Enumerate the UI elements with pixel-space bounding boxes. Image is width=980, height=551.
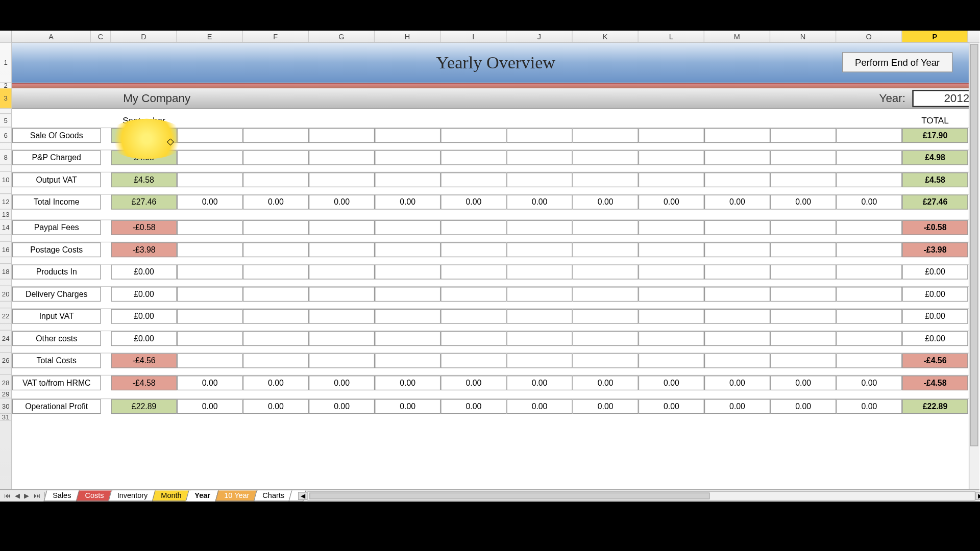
data-cell[interactable]: 0.00 (836, 375, 902, 390)
data-cell[interactable] (440, 309, 506, 324)
total-cell[interactable]: -£4.56 (902, 354, 968, 368)
data-cell[interactable]: 0.00 (309, 399, 375, 414)
column-header-P[interactable]: P (902, 31, 968, 42)
data-cell[interactable] (177, 287, 243, 302)
row-header-blank[interactable] (0, 143, 11, 149)
year-value-cell[interactable]: 2012 (912, 89, 976, 107)
data-cell[interactable] (243, 331, 309, 346)
data-cell[interactable] (309, 354, 375, 368)
data-cell[interactable]: -£3.98 (111, 242, 177, 257)
row-header-2[interactable]: 2 (0, 83, 11, 89)
data-cell[interactable] (440, 265, 506, 280)
data-cell[interactable] (639, 265, 704, 280)
data-cell[interactable]: 0.00 (309, 375, 375, 390)
data-cell[interactable] (639, 242, 704, 257)
total-cell[interactable]: £4.58 (902, 172, 968, 187)
data-cell[interactable]: 0.00 (506, 399, 572, 414)
data-cell[interactable] (309, 331, 375, 346)
data-cell[interactable]: 0.00 (836, 399, 902, 414)
total-cell[interactable]: £22.89 (902, 399, 968, 414)
data-cell[interactable] (704, 265, 770, 280)
data-cell[interactable] (309, 220, 375, 235)
data-cell[interactable] (440, 242, 506, 257)
data-cell[interactable]: 0.00 (573, 195, 639, 210)
column-header-F[interactable]: F (243, 31, 309, 42)
total-cell[interactable]: £0.00 (902, 309, 968, 324)
data-cell[interactable]: £4.98 (111, 151, 177, 165)
column-header-D[interactable]: D (111, 31, 177, 42)
row-header-13[interactable]: 13 (0, 210, 11, 220)
data-cell[interactable] (573, 265, 639, 280)
row-header-24[interactable]: 24 (0, 331, 11, 346)
data-cell[interactable] (573, 151, 639, 165)
data-cell[interactable] (639, 331, 704, 346)
data-cell[interactable] (243, 128, 309, 143)
row-header-18[interactable]: 18 (0, 264, 11, 279)
data-cell[interactable]: £17.90 (111, 128, 177, 143)
data-cell[interactable] (440, 287, 506, 302)
scroll-right-icon[interactable]: ▶ (975, 491, 980, 499)
data-cell[interactable] (506, 287, 572, 302)
data-cell[interactable]: 0.00 (573, 375, 639, 390)
row-header-3[interactable]: 3 (0, 88, 11, 109)
data-cell[interactable] (770, 242, 836, 257)
row-header-1[interactable]: 1 (0, 43, 11, 83)
data-cell[interactable] (704, 128, 770, 143)
data-cell[interactable] (177, 331, 243, 346)
data-cell[interactable] (506, 220, 572, 235)
total-cell[interactable]: £0.00 (902, 331, 968, 346)
row-header-blank[interactable] (0, 109, 11, 114)
scroll-left-icon[interactable]: ◀ (298, 491, 307, 499)
data-cell[interactable] (375, 151, 440, 165)
data-cell[interactable]: 0.00 (375, 375, 440, 390)
data-cell[interactable] (309, 128, 375, 143)
row-header-blank[interactable] (0, 280, 11, 286)
data-cell[interactable] (243, 242, 309, 257)
data-cell[interactable] (836, 287, 902, 302)
data-cell[interactable]: 0.00 (704, 195, 770, 210)
column-header-K[interactable]: K (573, 31, 639, 42)
tab-nav-buttons[interactable]: ⏮ ◀ ▶ ⏭ (0, 492, 45, 499)
data-cell[interactable]: 0.00 (243, 399, 309, 414)
data-cell[interactable] (770, 151, 836, 165)
tab-last-icon[interactable]: ⏭ (32, 492, 41, 499)
sheet-tab-month[interactable]: Month (152, 490, 190, 501)
data-cell[interactable]: 0.00 (309, 195, 375, 210)
data-cell[interactable] (573, 172, 639, 187)
total-cell[interactable]: £0.00 (902, 287, 968, 302)
data-cell[interactable] (836, 331, 902, 346)
data-cell[interactable] (309, 265, 375, 280)
data-cell[interactable] (309, 242, 375, 257)
data-cell[interactable] (573, 309, 639, 324)
data-cell[interactable] (704, 242, 770, 257)
data-cell[interactable]: 0.00 (177, 399, 243, 414)
row-header-blank[interactable] (0, 187, 11, 194)
total-cell[interactable]: £27.46 (902, 195, 968, 210)
column-header-O[interactable]: O (836, 31, 902, 42)
data-cell[interactable]: 0.00 (177, 195, 243, 210)
row-header-31[interactable]: 31 (0, 414, 11, 420)
data-cell[interactable]: 0.00 (770, 399, 836, 414)
row-header-blank[interactable] (0, 346, 11, 353)
row-header-29[interactable]: 29 (0, 390, 11, 398)
data-cell[interactable] (177, 151, 243, 165)
data-cell[interactable] (704, 309, 770, 324)
row-header-12[interactable]: 12 (0, 194, 11, 209)
column-header-N[interactable]: N (770, 31, 836, 42)
row-header-10[interactable]: 10 (0, 172, 11, 187)
data-cell[interactable] (704, 287, 770, 302)
data-cell[interactable]: 0.00 (770, 375, 836, 390)
data-cell[interactable] (177, 172, 243, 187)
data-cell[interactable] (704, 172, 770, 187)
data-cell[interactable] (506, 354, 572, 368)
data-cell[interactable]: 0.00 (770, 195, 836, 210)
data-cell[interactable]: 0.00 (440, 375, 506, 390)
data-cell[interactable] (375, 220, 440, 235)
data-cell[interactable] (770, 354, 836, 368)
data-cell[interactable] (177, 309, 243, 324)
data-cell[interactable] (506, 128, 572, 143)
data-cell[interactable] (506, 151, 572, 165)
data-cell[interactable] (639, 172, 704, 187)
data-cell[interactable] (770, 220, 836, 235)
row-header-blank[interactable] (0, 165, 11, 172)
